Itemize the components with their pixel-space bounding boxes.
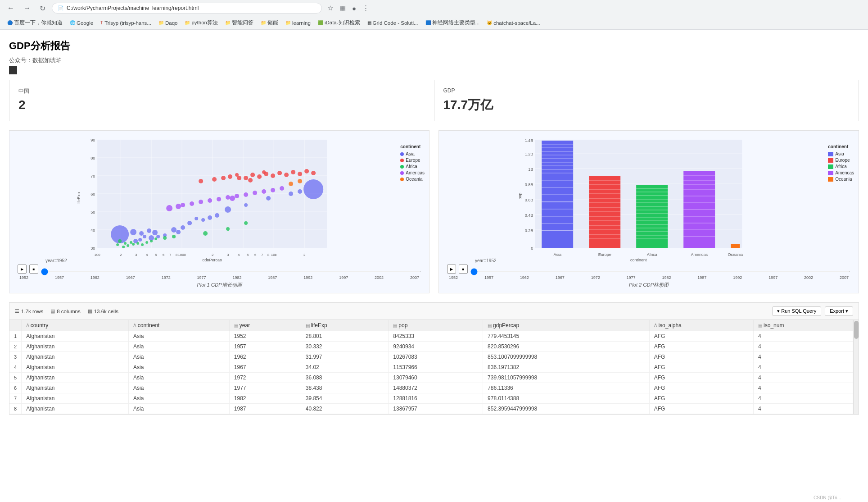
bookmark-star-button[interactable]: ☆ bbox=[326, 3, 335, 13]
trisyp-icon: T bbox=[100, 20, 103, 25]
bookmarks-bar: 🔵 百度一下，你就知道 🌐 Google T Trisyp (trisyp-ha… bbox=[0, 16, 868, 30]
scrollbar-thumb[interactable] bbox=[854, 321, 859, 339]
cells-icon: ▩ bbox=[88, 308, 92, 314]
svg-point-52 bbox=[176, 230, 181, 234]
cell-country: Afghanistan bbox=[22, 373, 129, 383]
bookmark-ai[interactable]: 📁 智能问答 bbox=[222, 18, 256, 27]
reload-button[interactable]: ↻ bbox=[37, 3, 48, 14]
forward-button[interactable]: → bbox=[21, 3, 33, 13]
bookmark-neural[interactable]: 🟦 神经网络主要类型... bbox=[423, 18, 483, 27]
columns-meta: ▤ 8 columns bbox=[50, 308, 80, 314]
chart1-year-label: year=1952 bbox=[45, 258, 67, 263]
col-lifeexp[interactable]: ▤lifeExp bbox=[301, 320, 389, 331]
legend-item-americas-1: Americas bbox=[400, 170, 425, 175]
cell-gdppercap: 820.8530296 bbox=[483, 342, 650, 352]
chart1-play-button[interactable]: ▶ bbox=[18, 265, 27, 274]
cell-continent: Asia bbox=[129, 404, 230, 414]
svg-point-62 bbox=[289, 192, 293, 196]
col-iso-num[interactable]: ▤iso_num bbox=[754, 320, 853, 331]
svg-point-75 bbox=[311, 171, 316, 175]
csdn-watermark: CSDN @Tri... bbox=[814, 495, 841, 500]
file-icon: 📄 bbox=[58, 5, 64, 11]
svg-point-100 bbox=[244, 221, 248, 225]
address-bar[interactable]: 📄 C:/work/PycharmProjects/machine_learni… bbox=[52, 3, 322, 14]
cell-iso-alpha: AFG bbox=[649, 383, 753, 393]
col-iso-alpha[interactable]: Aiso_alpha bbox=[649, 320, 753, 331]
browser-toolbar: ← → ↻ 📄 C:/work/PycharmProjects/machine_… bbox=[0, 0, 868, 16]
svg-text:5: 5 bbox=[247, 253, 249, 257]
page-title: GDP分析报告 bbox=[9, 39, 859, 53]
split-view-button[interactable]: ▦ bbox=[338, 3, 348, 13]
col-pop[interactable]: ▤pop bbox=[389, 320, 483, 331]
chart2-tick-2007: 2007 bbox=[840, 275, 849, 280]
svg-point-117 bbox=[298, 179, 302, 183]
bookmark-learning[interactable]: 📁 learning bbox=[283, 19, 313, 27]
bookmark-daqo[interactable]: 📁 Daqo bbox=[156, 19, 181, 27]
gdppercap-col-icon: ▤ bbox=[488, 323, 492, 328]
menu-button[interactable]: ⋮ bbox=[361, 3, 371, 13]
run-sql-button[interactable]: ▾ Run SQL Query bbox=[772, 306, 821, 316]
year-tick-1967: 1967 bbox=[126, 275, 135, 280]
cell-iso-alpha: AFG bbox=[649, 331, 753, 342]
row-number: 2 bbox=[9, 342, 22, 352]
bookmark-trisyp[interactable]: T Trisyp (trisyp-hans... bbox=[98, 19, 154, 27]
daqo-folder-icon: 📁 bbox=[158, 20, 164, 25]
svg-text:Africa: Africa bbox=[647, 252, 657, 257]
bookmark-idata[interactable]: 🟩 iData-知识检索 bbox=[315, 18, 363, 27]
svg-point-83 bbox=[199, 179, 203, 183]
svg-point-92 bbox=[141, 243, 144, 246]
bookmark-energy[interactable]: 📁 储能 bbox=[258, 18, 281, 27]
table-body: 1 Afghanistan Asia 1952 28.801 8425333 7… bbox=[9, 331, 853, 414]
chart1-legend: continent Asia Europe Africa bbox=[400, 135, 425, 263]
svg-point-58 bbox=[215, 213, 219, 218]
svg-point-94 bbox=[150, 240, 153, 242]
cell-iso-num: 4 bbox=[754, 352, 853, 362]
cell-year: 1972 bbox=[229, 373, 301, 383]
cell-pop: 10267083 bbox=[389, 352, 483, 362]
svg-point-54 bbox=[187, 221, 192, 225]
kpi-china-value: 2 bbox=[18, 98, 425, 112]
chart2-stop-button[interactable]: ■ bbox=[459, 265, 468, 274]
profile-button[interactable]: ● bbox=[350, 4, 358, 13]
col-continent[interactable]: Acontinent bbox=[129, 320, 230, 331]
col-year[interactable]: ▤year bbox=[229, 320, 301, 331]
chart1-year-slider[interactable] bbox=[41, 271, 421, 272]
svg-text:2: 2 bbox=[212, 253, 214, 257]
col-country[interactable]: Acountry bbox=[22, 320, 129, 331]
cell-continent: Asia bbox=[129, 373, 230, 383]
back-button[interactable]: ← bbox=[5, 3, 17, 13]
cell-iso-alpha: AFG bbox=[649, 352, 753, 362]
svg-rect-134 bbox=[542, 141, 573, 248]
idata-icon: 🟩 bbox=[318, 20, 323, 25]
chart2-year-slider[interactable] bbox=[470, 271, 850, 272]
bookmark-python[interactable]: 📁 python算法 bbox=[182, 18, 221, 27]
table-scrollbar[interactable] bbox=[853, 320, 859, 414]
table-row: 8 Afghanistan Asia 1987 40.822 13867957 … bbox=[9, 404, 853, 414]
svg-point-116 bbox=[289, 182, 293, 186]
svg-text:40: 40 bbox=[90, 228, 95, 233]
chart1-stop-button[interactable]: ■ bbox=[29, 265, 38, 274]
chart1-controls: ▶ ■ year=1952 1952 1957 1962 1967 1972 1… bbox=[14, 263, 425, 280]
chart2-playback: ▶ ■ year=1952 bbox=[447, 263, 850, 275]
lifeexp-col-icon: ▤ bbox=[306, 323, 310, 328]
cell-iso-num: 4 bbox=[754, 362, 853, 373]
header-row: Acountry Acontinent ▤year ▤lifeExp ▤pop … bbox=[9, 320, 853, 331]
chart1-legend-items: continent Asia Europe Africa bbox=[400, 144, 425, 182]
svg-point-87 bbox=[127, 244, 129, 247]
rows-meta: ☰ 1.7k rows bbox=[15, 308, 43, 314]
bookmark-gridcode[interactable]: ▦ Grid Code - Soluti... bbox=[365, 19, 421, 27]
bookmark-google[interactable]: 🌐 Google bbox=[67, 19, 96, 27]
browser-action-buttons: ☆ ▦ ● ⋮ bbox=[326, 3, 371, 13]
chart2-tick-1972: 1972 bbox=[591, 275, 600, 280]
svg-point-47 bbox=[156, 235, 160, 238]
chart2-play-button[interactable]: ▶ bbox=[447, 265, 456, 274]
bookmark-baidu[interactable]: 🔵 百度一下，你就知道 bbox=[5, 18, 65, 27]
isonum-col-icon: ▤ bbox=[758, 323, 762, 328]
col-gdppercap[interactable]: ▤gdpPercap bbox=[483, 320, 650, 331]
bookmark-chatchat[interactable]: 🐱 chatchat-space/La... bbox=[484, 19, 543, 27]
rows-count: 1.7k rows bbox=[21, 309, 43, 314]
export-button[interactable]: Export ▾ bbox=[825, 306, 853, 316]
svg-point-103 bbox=[190, 201, 194, 206]
cell-pop: 14880372 bbox=[389, 383, 483, 393]
chart2-legend: continent Asia Europe Africa bbox=[828, 135, 854, 263]
